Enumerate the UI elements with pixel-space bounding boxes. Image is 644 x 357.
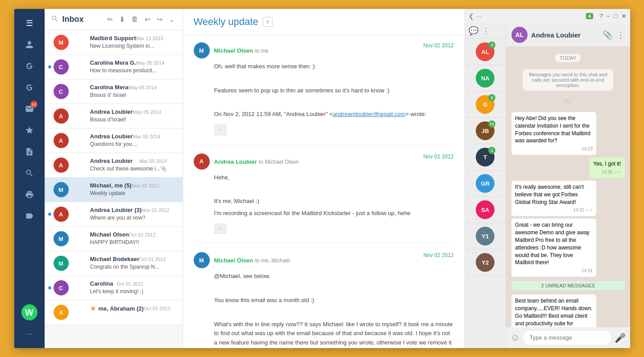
wa-contact-badge-3: 71 [488,120,495,128]
wa-message-6: Best team behind an email company.....EV… [511,295,596,327]
msg-sender-0: Michael Olsen [214,47,253,54]
wa-paperclip-icon[interactable]: 📎 [602,30,612,40]
forward-button[interactable]: ↪ [155,14,164,25]
wa-message-4: Great - we can bring our awesome Demo an… [511,219,596,277]
wa-contact-item-8[interactable]: Y2 [465,249,506,276]
msg-avatar-0: M [194,42,210,58]
wa-contact-item-6[interactable]: SA [465,197,506,223]
email-list-item-0[interactable]: M Mailbird Support Mar 11 2015 New Licen… [45,30,183,55]
email-list-item-10[interactable]: C Carolina Oct 01 2012 Let's keep it mov… [45,276,183,300]
wa-header-avatar: AL [511,27,528,43]
email-list-item-4[interactable]: A Andrea Loubier Mar 05 2014 Questions f… [45,129,183,153]
sidebar-icon-star[interactable] [21,121,38,139]
email-date-3: May 05 2014 [133,109,162,115]
wa-contact-item-7[interactable]: Y1 [465,223,506,249]
wa-contact-item-3[interactable]: JB 71 [465,118,506,144]
email-sender-4: Andrea Loubier [90,133,133,140]
email-list-item-9[interactable]: M Michael Bodekaer Oct 01 2012 Congrats … [45,251,183,276]
wa-help-button[interactable]: ? [599,12,603,20]
sidebar-icon-more[interactable]: ··· [21,325,38,343]
email-sender-0: Mailbird Support [90,35,136,42]
wa-message-3: It's really awesome, still can't believe… [511,181,596,216]
wa-contact-avatar-4: T 1 [476,148,494,166]
email-sender-10: Carolina [90,280,113,287]
email-subject-6: Weekly update [90,190,160,196]
email-list-item-1[interactable]: C Carolina Mera G. May 05 2014 How to me… [45,55,183,79]
email-sender-3: Andrea Loubier [90,108,133,115]
wa-contact-avatar-1: NA [476,69,494,87]
wa-contact-avatar-7: Y1 [476,227,494,245]
wa-panel-dots[interactable]: ⋮ [482,26,490,36]
header-actions: ✏ ⬇ 🗑 ↩ ↪ ⌄ [105,14,176,25]
email-list-item-6[interactable]: M Michael, me (5) Nov 02 2012 Weekly upd… [45,178,183,202]
email-list-item-2[interactable]: C Carolina Mera May 05 2014 Bisous d' Is… [45,79,183,104]
email-list-header: Inbox ✏ ⬇ 🗑 ↩ ↪ ⌄ [45,9,183,30]
wa-contact-name: Andrea Loubier [531,31,598,39]
email-list-item-3[interactable]: A Andrea Loubier May 05 2014 Bisous d'Is… [45,104,183,129]
wa-panel-header: 💬 ⋮ [465,23,506,39]
wa-contact-item-2[interactable]: G 3 [465,91,506,118]
wa-titlebar-controls: ? − □ ✕ [599,12,626,20]
email-avatar-2: C [54,84,69,99]
wa-msg-text-4: Great - we can bring our awesome Demo an… [515,221,593,266]
wa-contact-badge-2: 3 [488,94,495,101]
reply-button[interactable]: ↩ [143,14,152,25]
wa-dots-icon[interactable]: ··· [477,12,482,20]
sidebar-icon-google2[interactable] [21,79,38,96]
wa-contact-item-5[interactable]: GR [465,170,506,197]
email-sender-5: Andrea Loubier [90,158,133,164]
compose-button[interactable]: ✏ [105,14,115,25]
message-block-1: A Andrea Loubier to Michael Olsen Nov 02… [194,154,454,244]
wa-msg-text-1: Hey Abe! Did you see the calendar invita… [515,115,593,145]
wa-back-icon[interactable]: ❮ [469,12,474,20]
wa-mic-icon[interactable]: 🎤 [615,332,626,343]
msg-avatar-2: M [194,252,210,268]
wa-message-input[interactable] [524,331,611,345]
sidebar-icon-draft[interactable] [21,143,38,161]
sidebar-icon-search[interactable] [21,164,38,182]
wa-msg-text-3: It's really awesome, still can't believe… [515,183,593,206]
app-container: ☰ 14 W ··· [14,9,630,348]
sidebar-icon-contacts[interactable] [21,36,38,54]
email-avatar-5: A [54,158,69,173]
email-sender-11: ★me, Abraham (2) [90,305,144,312]
sidebar-icon-google[interactable] [21,57,38,75]
email-list-item-11[interactable]: A ★me, Abraham (2) Oct 01 2012 [45,300,183,325]
msg-expand-button-0[interactable]: ··· [214,125,226,135]
search-icon [51,15,59,25]
more-button[interactable]: ⌄ [167,14,176,25]
wa-maximize-button[interactable]: □ [614,12,617,20]
wa-chat-icon[interactable]: 💬 [469,26,478,36]
wa-msg-text-6: Best team behind an email company.....EV… [515,297,593,327]
sidebar-icon-emails[interactable]: 14 [21,100,38,118]
delete-button[interactable]: 🗑 [129,14,140,25]
email-avatar-1: C [54,59,69,75]
wa-contact-item-4[interactable]: T 1 [465,144,506,170]
sidebar-icon-menu[interactable]: ☰ [21,14,38,32]
email-list-item-5[interactable]: A Andrea Loubier Mar 05 2014 Check out t… [45,153,183,178]
add-to-thread-button[interactable]: + [263,17,273,27]
sidebar-icon-whatsapp[interactable]: W [21,304,37,320]
email-subject-8: HAPPY BIRTHDAY!! [90,239,156,245]
wa-contact-item-1[interactable]: NA [465,65,506,91]
sidebar-icon-tags[interactable] [21,207,38,225]
msg-date-0: Nov 02 2012 [423,42,453,49]
wa-msg-time-3: 14:31 ✓✓ [515,207,593,213]
email-list-item-8[interactable]: M Michael Olsen Oct 02 2012 HAPPY BIRTHD… [45,227,183,251]
email-list-item-7[interactable]: A Andrea Loubier (3) Nov 02 2012 Where a… [45,202,183,227]
wa-contact-item-0[interactable]: AL 2 [465,39,506,65]
email-avatar-10: C [54,280,69,295]
wa-close-button[interactable]: ✕ [621,12,627,20]
wa-menu-icon[interactable]: ⋮ [617,30,625,40]
wa-emoji-icon[interactable]: ☺ [511,332,519,343]
msg-expand-button-1[interactable]: ··· [214,224,226,234]
download-button[interactable]: ⬇ [117,14,127,25]
email-sender-9: Michael Bodekaer [90,256,140,262]
wa-minimize-button[interactable]: − [607,12,610,20]
wa-unread-divider: 2 UNREAD MESSAGES [511,281,624,290]
sidebar-icon-printer[interactable] [21,186,38,203]
msg-body-1: Hehe, It's me, Michael :)I'm recording a… [214,173,454,234]
wa-chat-area: AL Andrea Loubier 📎 ⋮ TODAYMessages you … [506,23,630,348]
sidebar: ☰ 14 W ··· [14,9,45,348]
wa-encryption-notice: Messages you send to this chat and calls… [523,69,613,91]
